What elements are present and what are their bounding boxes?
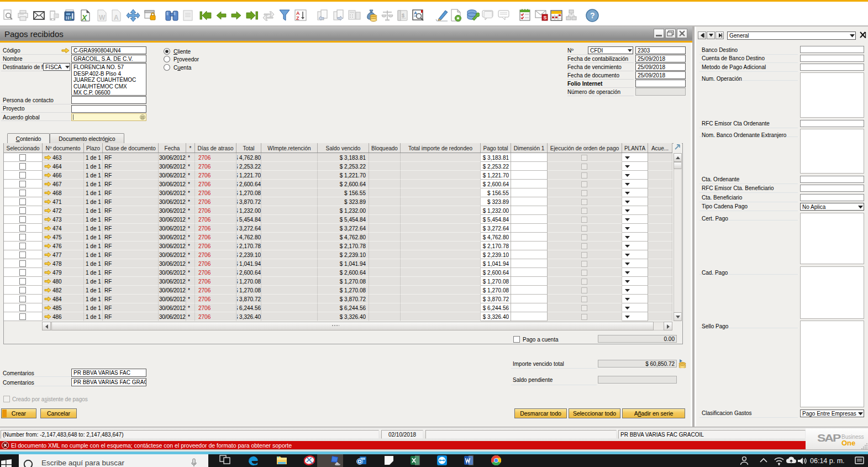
- svg-text:$: $: [402, 13, 404, 18]
- svg-text:Z: Z: [296, 15, 299, 21]
- svg-text:W: W: [99, 14, 106, 22]
- svg-text:S: S: [544, 15, 547, 20]
- svg-text:A: A: [114, 14, 119, 22]
- svg-text:X: X: [81, 13, 88, 22]
- svg-text:?: ?: [590, 11, 595, 20]
